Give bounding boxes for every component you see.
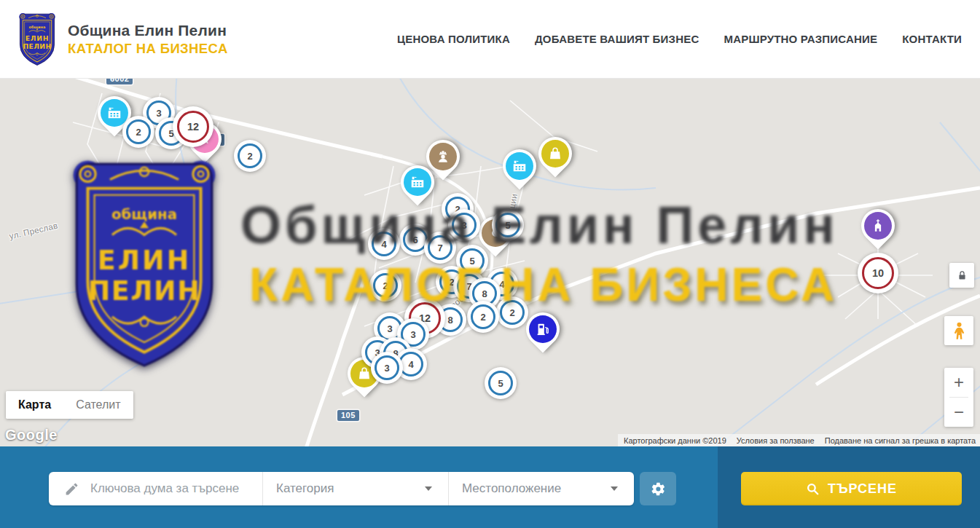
location-label: Местоположение — [462, 481, 561, 496]
header: Община Елин Пелин КАТАЛОГ НА БИЗНЕСА ЦЕН… — [0, 0, 980, 79]
chevron-down-icon — [611, 486, 618, 491]
search-panel: Категория Местоположение ТЪРСЕНЕ — [0, 446, 980, 528]
cluster-count: 12 — [177, 111, 209, 143]
cluster-count: 4 — [372, 232, 396, 256]
google-logo[interactable]: Google — [5, 427, 58, 444]
settings-button[interactable] — [640, 472, 676, 505]
search-submit-area: ТЪРСЕНЕ — [718, 446, 980, 528]
factory-icon — [101, 99, 128, 127]
cluster-count: 3 — [452, 213, 477, 237]
nav-add-your-business[interactable]: ДОБАВЕТЕ ВАШИЯТ БИЗНЕС — [535, 33, 699, 45]
cluster-count: 2 — [373, 273, 398, 298]
road-badge: 6002 — [106, 79, 133, 84]
cluster-marker[interactable]: 3 — [448, 209, 480, 241]
cluster-count: 2 — [500, 300, 525, 325]
cluster-marker[interactable]: 2 — [369, 269, 401, 302]
gear-icon — [651, 481, 666, 497]
cluster-count: 2 — [238, 143, 262, 168]
fullscreen-lock-button[interactable] — [949, 263, 974, 288]
cluster-count: 5 — [495, 213, 520, 237]
zoom-control: + − — [944, 368, 973, 427]
cluster-count: 2 — [471, 304, 495, 329]
cluster-marker[interactable]: 4 — [368, 228, 400, 260]
terms-of-use-link[interactable]: Условия за ползване — [737, 436, 815, 445]
cluster-marker[interactable]: 7 — [424, 232, 456, 264]
cluster-count: 5 — [460, 248, 485, 273]
cluster-count: 2 — [126, 119, 151, 144]
worker-icon — [429, 143, 457, 170]
cluster-marker[interactable]: 2 — [496, 296, 528, 328]
pencil-icon — [64, 481, 79, 497]
keyword-input[interactable] — [89, 481, 259, 497]
cluster-count: 7 — [428, 235, 452, 260]
cluster-marker[interactable]: 12 — [173, 106, 213, 147]
pegman-icon — [949, 321, 969, 341]
chevron-down-icon — [425, 486, 432, 491]
zoom-in-button[interactable]: + — [944, 368, 973, 397]
pegman-button[interactable] — [944, 316, 973, 345]
map-type-satellite-button[interactable]: Сателит — [63, 391, 133, 419]
category-select[interactable]: Категория — [262, 472, 448, 505]
road-badge: 105 — [337, 410, 359, 421]
search-button-label: ТЪРСЕНЕ — [828, 481, 897, 497]
fuel-icon — [529, 315, 557, 343]
nav-pricing-policy[interactable]: ЦЕНОВА ПОЛИТИКА — [397, 33, 510, 45]
brand[interactable]: Община Елин Пелин КАТАЛОГ НА БИЗНЕСА — [16, 11, 228, 68]
nav-contacts[interactable]: КОНТАКТИ — [902, 33, 962, 45]
cluster-count: 5 — [488, 371, 513, 395]
map-type-control: Карта Сателит — [6, 391, 133, 419]
cluster-marker[interactable]: 2 — [122, 116, 154, 148]
site-subtitle: КАТАЛОГ НА БИЗНЕСА — [68, 41, 228, 57]
cluster-marker[interactable]: 2 — [467, 301, 499, 333]
cluster-count: 3 — [375, 355, 399, 380]
church-icon — [864, 212, 892, 240]
category-label: Категория — [276, 481, 334, 496]
location-select[interactable]: Местоположение — [448, 472, 634, 505]
factory-icon — [506, 152, 533, 180]
search-icon — [806, 482, 820, 496]
map-copyright: Картографски данни ©2019 — [624, 436, 726, 445]
page: Община Елин Пелин КАТАЛОГ НА БИЗНЕСА ЦЕН… — [0, 0, 980, 528]
brand-text: Община Елин Пелин КАТАЛОГ НА БИЗНЕСА — [68, 22, 228, 57]
cluster-marker[interactable]: 5 — [492, 209, 524, 241]
municipality-crest-logo — [16, 11, 58, 68]
site-title: Община Елин Пелин — [68, 22, 228, 39]
cluster-count: 10 — [862, 257, 894, 289]
zoom-out-button[interactable]: − — [944, 398, 973, 427]
cluster-marker[interactable]: 10 — [858, 253, 898, 293]
report-map-error-link[interactable]: Подаване на сигнал за грешка в картата — [825, 436, 976, 445]
map-attribution: Картографски данни ©2019 Условия за полз… — [618, 434, 980, 446]
main-nav: ЦЕНОВА ПОЛИТИКА ДОБАВЕТЕ ВАШИЯТ БИЗНЕС М… — [372, 33, 962, 45]
lock-icon — [957, 270, 968, 281]
cluster-marker[interactable]: 5 — [485, 367, 517, 399]
nav-route-schedule[interactable]: МАРШРУТНО РАЗПИСАНИЕ — [724, 33, 877, 45]
search-button[interactable]: ТЪРСЕНЕ — [741, 472, 962, 505]
bag-icon — [541, 140, 569, 168]
search-fields: Категория Местоположение — [49, 472, 634, 505]
cluster-marker[interactable]: 3 — [371, 352, 403, 384]
cluster-marker[interactable]: 2 — [234, 140, 266, 172]
map-canvas[interactable]: ул. Преслав бул. „Новосел ции 6002 105 3… — [0, 79, 980, 446]
factory-icon — [404, 168, 431, 196]
map-type-map-button[interactable]: Карта — [6, 391, 63, 419]
keyword-field[interactable] — [49, 472, 262, 505]
